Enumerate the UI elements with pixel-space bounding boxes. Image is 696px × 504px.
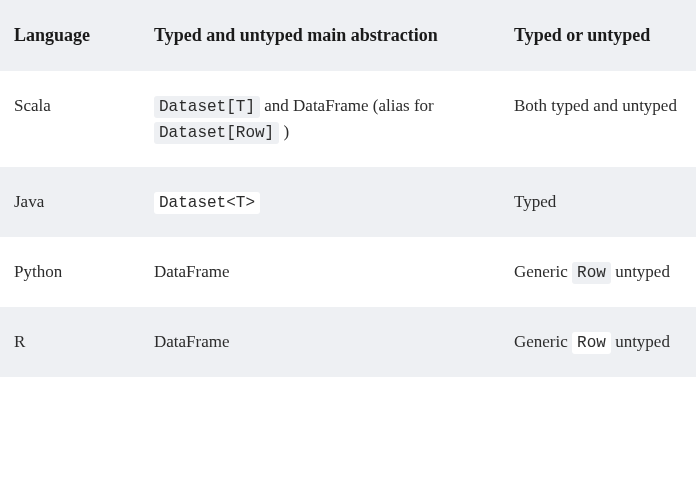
table-row: Scala Dataset[T] and DataFrame (alias fo… bbox=[0, 71, 696, 167]
code-snippet: Row bbox=[572, 262, 611, 284]
cell-text: ) bbox=[279, 122, 289, 141]
cell-abstraction: DataFrame bbox=[140, 307, 500, 377]
cell-text: untyped bbox=[611, 262, 670, 281]
code-snippet: Dataset[T] bbox=[154, 96, 260, 118]
cell-text: and DataFrame (alias for bbox=[260, 96, 434, 115]
code-snippet: Dataset<T> bbox=[154, 192, 260, 214]
cell-language: Java bbox=[0, 167, 140, 237]
table-row: Python DataFrame Generic Row untyped bbox=[0, 237, 696, 307]
cell-text: untyped bbox=[611, 332, 670, 351]
cell-abstraction: Dataset[T] and DataFrame (alias for Data… bbox=[140, 71, 500, 167]
table-row: R DataFrame Generic Row untyped bbox=[0, 307, 696, 377]
cell-typed: Generic Row untyped bbox=[500, 307, 696, 377]
cell-typed: Typed bbox=[500, 167, 696, 237]
cell-text: Generic bbox=[514, 332, 572, 351]
cell-typed: Both typed and untyped bbox=[500, 71, 696, 167]
header-language: Language bbox=[0, 0, 140, 71]
cell-abstraction: Dataset<T> bbox=[140, 167, 500, 237]
cell-typed: Generic Row untyped bbox=[500, 237, 696, 307]
table-header-row: Language Typed and untyped main abstract… bbox=[0, 0, 696, 71]
header-abstraction: Typed and untyped main abstraction bbox=[140, 0, 500, 71]
cell-language: R bbox=[0, 307, 140, 377]
cell-text: Generic bbox=[514, 262, 572, 281]
table-row: Java Dataset<T> Typed bbox=[0, 167, 696, 237]
header-typed: Typed or untyped bbox=[500, 0, 696, 71]
cell-language: Python bbox=[0, 237, 140, 307]
code-snippet: Row bbox=[572, 332, 611, 354]
language-abstraction-table: Language Typed and untyped main abstract… bbox=[0, 0, 696, 377]
cell-abstraction: DataFrame bbox=[140, 237, 500, 307]
cell-language: Scala bbox=[0, 71, 140, 167]
code-snippet: Dataset[Row] bbox=[154, 122, 279, 144]
